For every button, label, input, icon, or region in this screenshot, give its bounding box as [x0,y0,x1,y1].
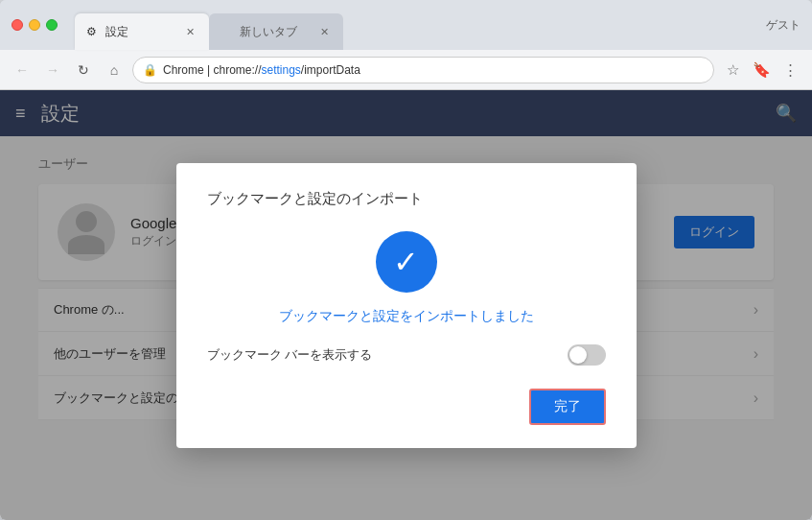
navbar: ← → ↻ ⌂ 🔒 Chrome | chrome://settings/imp… [0,50,812,90]
toggle-label: ブックマーク バーを表示する [207,346,568,364]
toggle-knob [569,346,587,364]
forward-button[interactable]: → [40,58,65,83]
menu-icon: ⋮ [783,61,798,79]
guest-label: ゲスト [766,17,800,34]
star-button[interactable]: ☆ [720,58,745,83]
content-area: ≡ 設定 🔍 ユーザー Google ア... ログインす... ログイン [0,90,812,520]
modal-check-area: ✓ ブックマークと設定をインポートしました [207,231,606,325]
forward-icon: → [46,62,59,78]
address-text: Chrome | chrome://settings/importData [163,63,704,77]
tab-settings-title: 設定 [105,24,176,40]
checkmark-icon: ✓ [393,247,419,277]
modal-overlay: ブックマークと設定のインポート ✓ ブックマークと設定をインポートしました ブッ… [0,90,812,520]
menu-button[interactable]: ⋮ [777,58,802,83]
maximize-button[interactable] [46,19,58,31]
tab-newtab-close[interactable]: ✕ [316,24,332,39]
nav-right-icons: ☆ 🔖 ⋮ [720,58,802,83]
success-circle: ✓ [376,231,437,293]
bookmark-button[interactable]: 🔖 [749,58,774,83]
tab-settings-close[interactable]: ✕ [182,24,197,39]
modal-footer: 完了 [207,389,606,425]
modal-toggle-row: ブックマーク バーを表示する [207,344,606,366]
done-button[interactable]: 完了 [529,389,606,425]
titlebar: ⚙ 設定 ✕ 新しいタブ ✕ ゲスト [0,0,812,50]
home-button[interactable]: ⌂ [102,58,127,83]
modal-success-text: ブックマークと設定をインポートしました [279,308,534,325]
secure-icon: 🔒 [143,63,157,77]
browser-window: ⚙ 設定 ✕ 新しいタブ ✕ ゲスト ← → ↻ ⌂ 🔒 [0,0,812,520]
back-icon: ← [15,62,29,78]
tab-newtab-favicon [220,25,234,38]
reload-button[interactable]: ↻ [71,58,96,83]
tab-settings-favicon: ⚙ [86,25,100,38]
bookmark-icon: 🔖 [753,61,771,79]
bookmark-bar-toggle[interactable] [568,344,606,366]
tabs-area: ⚙ 設定 ✕ 新しいタブ ✕ [75,0,343,50]
address-bar[interactable]: 🔒 Chrome | chrome://settings/importData [132,57,714,83]
traffic-lights [12,19,58,31]
tab-settings[interactable]: ⚙ 設定 ✕ [75,13,209,50]
reload-icon: ↻ [78,62,89,78]
minimize-button[interactable] [29,19,40,31]
modal-title: ブックマークと設定のインポート [207,190,606,208]
address-url: chrome://settings/importData [213,63,360,77]
star-icon: ☆ [727,61,739,79]
tab-newtab[interactable]: 新しいタブ ✕ [209,13,343,50]
address-chrome-label: Chrome [163,63,204,77]
back-button[interactable]: ← [10,58,35,83]
home-icon: ⌂ [110,62,118,78]
close-button[interactable] [12,19,23,31]
tab-newtab-title: 新しいタブ [240,24,311,40]
import-modal: ブックマークと設定のインポート ✓ ブックマークと設定をインポートしました ブッ… [176,163,637,448]
